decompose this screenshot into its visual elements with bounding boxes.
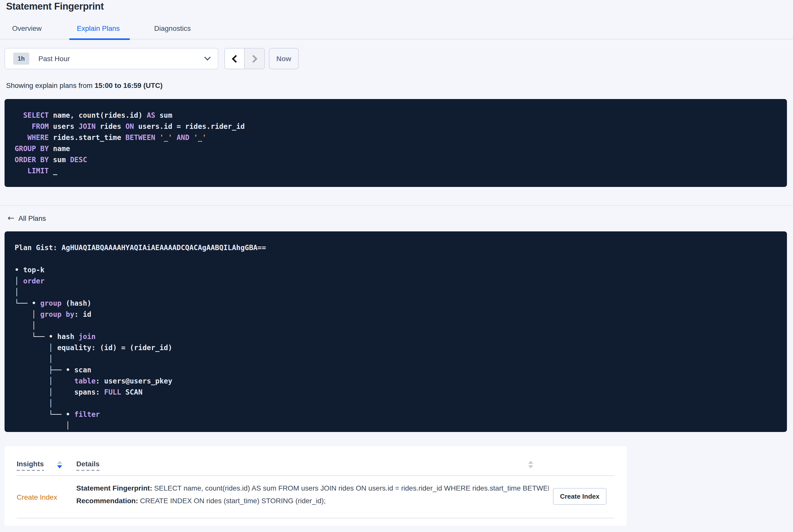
arrow-left-icon: ← <box>7 213 14 223</box>
interval-badge: 1h <box>13 53 29 65</box>
sort-asc-arrow <box>528 461 533 464</box>
showing-range-text: Showing explain plans from 15:00 to 16:5… <box>6 81 163 90</box>
tab-overview[interactable]: Overview <box>12 24 42 32</box>
showing-prefix: Showing explain plans from <box>6 81 95 90</box>
sort-desc-arrow <box>528 465 533 468</box>
time-range-label: Past Hour <box>38 55 70 63</box>
plan-gist-block: Plan Gist: AgHUAQIABQAAAAHYAQIAiAEAAAADC… <box>4 231 787 432</box>
statement-fingerprint-page: Statement Fingerprint Overview Explain P… <box>0 0 793 532</box>
sort-desc-arrow <box>57 465 62 468</box>
recommendation-value: CREATE INDEX ON rides (start_time) STORI… <box>138 497 326 505</box>
create-index-button[interactable]: Create Index <box>553 488 606 505</box>
fingerprint-label: Statement Fingerprint: <box>76 484 152 492</box>
column-header-details[interactable]: Details <box>76 460 99 471</box>
section-divider <box>0 205 793 206</box>
column-header-insights[interactable]: Insights <box>17 460 44 471</box>
now-button[interactable]: Now <box>269 48 299 69</box>
next-time-button[interactable] <box>245 49 264 69</box>
table-row-divider <box>17 518 615 518</box>
details-cell: Statement Fingerprint: SELECT name, coun… <box>76 482 549 507</box>
sql-statement-block: SELECT name, count(rides.id) AS sum FROM… <box>4 99 787 187</box>
statement-fingerprint-line: Statement Fingerprint: SELECT name, coun… <box>76 482 549 495</box>
insight-type-link[interactable]: Create Index <box>17 493 57 501</box>
table-header-divider <box>17 475 615 476</box>
active-tab-indicator <box>69 38 130 40</box>
time-step-buttons <box>224 48 265 69</box>
recommendation-label: Recommendation: <box>76 497 138 505</box>
insights-table-card: Insights Details Create Index Statement … <box>4 446 627 526</box>
showing-range-value: 15:00 to 16:59 (UTC) <box>95 81 163 90</box>
page-title: Statement Fingerprint <box>6 1 103 12</box>
recommendation-line: Recommendation: CREATE INDEX ON rides (s… <box>76 495 549 507</box>
tab-bar: Overview Explain Plans Diagnostics <box>0 22 793 39</box>
prev-time-button[interactable] <box>225 49 245 69</box>
time-range-picker[interactable]: 1h Past Hour <box>4 48 218 69</box>
time-controls: 1h Past Hour Now <box>4 48 299 69</box>
tab-explain-plans[interactable]: Explain Plans <box>77 24 120 32</box>
all-plans-back-link[interactable]: ← All Plans <box>7 213 46 223</box>
chevron-left-icon <box>231 55 239 62</box>
fingerprint-value: SELECT name, count(rides.id) AS sum FROM… <box>152 484 549 492</box>
sort-icon[interactable] <box>528 461 533 468</box>
sort-icon[interactable] <box>57 461 62 468</box>
sort-asc-arrow <box>57 461 62 464</box>
tab-diagnostics[interactable]: Diagnostics <box>154 24 191 32</box>
chevron-down-icon <box>204 54 210 60</box>
all-plans-label: All Plans <box>18 214 46 222</box>
chevron-right-icon <box>249 55 257 62</box>
